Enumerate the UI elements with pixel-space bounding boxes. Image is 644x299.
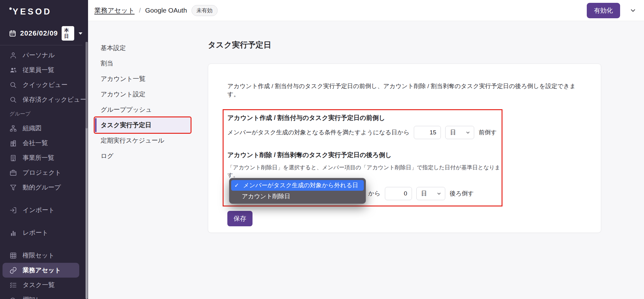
card-description: アカウント作成 / 割当付与のタスク実行予定日の前倒し、アカウント削除 / 割当… [227, 82, 582, 99]
dropdown-option-label: メンバーがタスク生成の対象から外れる日 [243, 181, 358, 189]
app-logo: YESOD [0, 0, 88, 17]
sidebar-item-companies[interactable]: 会社一覧 [0, 136, 88, 150]
sidebar-item-dynamic-groups[interactable]: 動的グループ [0, 180, 88, 195]
sidebar-item-import[interactable]: インポート [0, 203, 88, 217]
advance-unit-select[interactable]: 日 [445, 126, 474, 139]
dropdown-option-selected[interactable]: ✓ メンバーがタスク生成の対象から外れる日 [231, 180, 364, 191]
sidebar-item-label: レポート [23, 228, 48, 237]
logo-mark-icon [9, 7, 12, 10]
activate-button[interactable]: 有効化 [587, 3, 620, 18]
sidebar-item-label: インポート [23, 206, 55, 214]
sidebar-item-org-chart[interactable]: 組織図 [0, 121, 88, 136]
sidebar-item-employees[interactable]: 従業員一覧 [0, 63, 88, 77]
save-button[interactable]: 保存 [227, 211, 253, 226]
sidebar-item-permission-sets[interactable]: 権限セット [0, 248, 88, 263]
active-indicator-bar [95, 118, 97, 132]
postpone-section-heading: アカウント削除 / 割当剥奪のタスク実行予定日の後ろ倒し [227, 151, 502, 159]
sidebar-item-saved-quick-view[interactable]: 保存済クイックビュー [0, 92, 88, 107]
sidebar-nav: パーソナル 従業員一覧 クイックビュー 保存済クイックビュー グループ 組織図 … [0, 45, 88, 299]
subnav-item-basic-settings[interactable]: 基本設定 [95, 40, 191, 56]
breadcrumb-parent-link[interactable]: 業務アセット [94, 6, 135, 15]
page-title: タスク実行予定日 [208, 40, 644, 50]
nav-gap [0, 195, 88, 203]
today-badge: 本日 [62, 26, 74, 41]
postpone-from-label: から [368, 189, 380, 198]
main-content: タスク実行予定日 アカウント作成 / 割当付与のタスク実行予定日の前倒し、アカウ… [198, 21, 644, 299]
calendar-icon [9, 30, 16, 37]
date-caret-icon[interactable] [78, 31, 83, 36]
chevron-down-icon [465, 130, 470, 135]
postpone-suffix: 後ろ倒す [450, 189, 474, 198]
sidebar-item-label: 組織図 [23, 124, 42, 133]
advance-label: メンバーがタスク生成の対象となる条件を満たすようになる日から [227, 128, 409, 137]
people-icon [9, 66, 17, 74]
sidebar-item-quick-view[interactable]: クイックビュー [0, 77, 88, 92]
sidebar-item-projects[interactable]: プロジェクト [0, 165, 88, 180]
briefcase-icon [9, 169, 17, 177]
checklist-icon [9, 281, 17, 289]
sidebar-item-label: 事業所一覧 [23, 154, 54, 162]
buildings-icon [9, 139, 17, 147]
sidebar-item-task-list[interactable]: タスク一覧 [0, 278, 88, 292]
sidebar-item-personal[interactable]: パーソナル [0, 48, 88, 63]
current-date: 2026/02/09 [20, 29, 58, 37]
checkmark-icon: ✓ [234, 182, 240, 189]
import-icon [9, 206, 17, 214]
sidebar-scrollbar-thumb[interactable] [86, 42, 88, 128]
building-icon [9, 154, 17, 162]
postpone-unit-value: 日 [421, 189, 427, 198]
breadcrumb-separator: / [139, 7, 141, 14]
sidebar-item-business-assets[interactable]: 業務アセット [3, 263, 79, 278]
dropdown-option[interactable]: アカウント削除日 [231, 191, 364, 202]
sidebar-item-label: タスク一覧 [23, 281, 54, 289]
sidebar-section-groups: グループ [0, 107, 88, 121]
sidebar-item-label: 従業員一覧 [23, 66, 54, 74]
subnav-item-account-list[interactable]: アカウント一覧 [95, 71, 191, 87]
annotation-rectangle: アカウント作成 / 割当付与のタスク実行予定日の前倒し メンバーがタスク生成の対… [223, 109, 502, 206]
nav-gap [0, 217, 88, 225]
subnav-item-label: タスク実行予定日 [101, 121, 151, 129]
breadcrumb-current: Google OAuth [145, 7, 187, 14]
search-icon [9, 81, 17, 89]
sidebar-item-label: 権限セット [23, 251, 54, 260]
advance-suffix: 前倒す [479, 128, 497, 137]
sidebar-item-label: クイックビュー [23, 81, 68, 89]
sidebar-item-inventory[interactable]: 棚卸し [0, 292, 88, 299]
advance-unit-value: 日 [450, 128, 456, 137]
sidebar-item-label: プロジェクト [23, 168, 61, 177]
advance-row: メンバーがタスク生成の対象となる条件を満たすようになる日から 日 前倒す [227, 126, 502, 139]
person-icon [9, 52, 17, 59]
postpone-unit-select[interactable]: 日 [416, 187, 445, 200]
subnav-item-task-scheduled-date[interactable]: タスク実行予定日 [95, 117, 191, 133]
top-bar: 業務アセット / Google OAuth 未有効 有効化 [88, 0, 644, 21]
primary-sidebar: YESOD 2026/02/09 本日 パーソナル 従業員一覧 クイックビュー … [0, 0, 88, 299]
date-selector[interactable]: 2026/02/09 本日 [0, 26, 88, 45]
subnav-item-group-push[interactable]: グループプッシュ [95, 102, 191, 117]
sidebar-item-reports[interactable]: レポート [0, 225, 88, 240]
settings-subnav: 基本設定 割当 アカウント一覧 アカウント設定 グループプッシュ タスク実行予定… [88, 21, 198, 164]
postpone-days-input[interactable] [385, 187, 412, 200]
link-icon [9, 267, 17, 274]
cloud-download-icon [9, 296, 17, 299]
sidebar-item-label: 動的グループ [23, 183, 61, 192]
chevron-down-icon [436, 191, 441, 196]
sidebar-item-label: 会社一覧 [23, 139, 48, 147]
chevron-down-icon[interactable] [630, 7, 636, 14]
sidebar-item-label: 保存済クイックビュー [23, 95, 86, 104]
org-chart-icon [9, 125, 17, 132]
subnav-item-account-settings[interactable]: アカウント設定 [95, 87, 191, 102]
filter-icon [9, 184, 17, 191]
subnav-item-log[interactable]: ログ [95, 148, 191, 164]
status-badge: 未有効 [192, 5, 218, 16]
base-date-dropdown-menu: ✓ メンバーがタスク生成の対象から外れる日 アカウント削除日 [229, 178, 366, 204]
sidebar-item-label: 業務アセット [23, 266, 61, 274]
grid-icon [9, 252, 17, 259]
sidebar-item-offices[interactable]: 事業所一覧 [0, 150, 88, 165]
app-logo-text: YESOD [13, 7, 52, 17]
subnav-item-assignment[interactable]: 割当 [95, 56, 191, 71]
subnav-item-recurring-schedule[interactable]: 定期実行スケジュール [95, 133, 191, 148]
postpone-note: 「アカウント削除日」を選択すると、メンバー項目の「アカウント削除日」で指定した日… [227, 164, 502, 179]
advance-days-input[interactable] [414, 126, 441, 139]
sidebar-item-label: 棚卸し [23, 296, 42, 299]
nav-gap [0, 240, 88, 248]
